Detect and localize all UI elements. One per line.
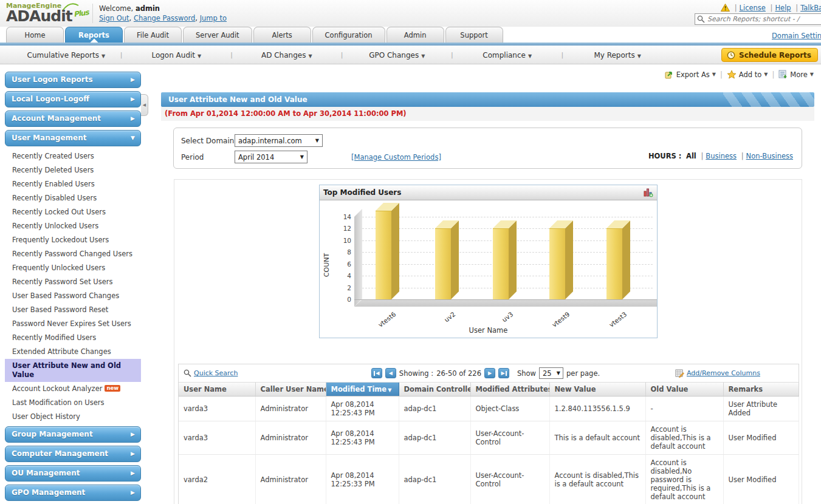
sidebar-group-user-logon-reports[interactable]: User Logon Reports▶ xyxy=(5,72,141,88)
tab-alerts[interactable]: Alerts xyxy=(253,27,311,43)
show-label: Show xyxy=(517,369,536,378)
tab-configuration[interactable]: Configuration xyxy=(312,27,385,43)
column-header-old-value[interactable]: Old Value xyxy=(645,383,723,397)
hours-non-business-option[interactable]: Non-Business xyxy=(746,152,793,160)
column-header-user-name[interactable]: User Name xyxy=(179,383,255,397)
domain-settings-link[interactable]: Domain Settings xyxy=(772,32,821,40)
change-password-link[interactable]: Change Password xyxy=(134,14,195,22)
sidebar-item-user-attribute-new-and-old-value[interactable]: User Attribute New and Old Value xyxy=(5,359,141,382)
sidebar-item-recently-password-set-users[interactable]: Recently Password Set Users xyxy=(5,275,141,289)
sidebar-group-ou-management[interactable]: OU Management▶ xyxy=(5,465,141,482)
schedule-reports-button[interactable]: Schedule Reports xyxy=(721,48,818,62)
warning-icon[interactable]: ! xyxy=(721,4,730,12)
sidebar-item-frequently-unlocked-users[interactable]: Frequently Unlocked Users xyxy=(5,261,141,275)
sidebar-group-account-management[interactable]: Account Management▶ xyxy=(5,111,141,127)
sidebar-group-group-management[interactable]: Group Management▶ xyxy=(5,426,141,443)
sidebar-item-recently-deleted-users[interactable]: Recently Deleted Users xyxy=(5,163,141,177)
sidebar-group-gpo-management[interactable]: GPO Management▶ xyxy=(5,485,141,501)
new-badge: new xyxy=(105,385,120,392)
column-header-modified-attributes[interactable]: Modified Attributes xyxy=(470,383,549,397)
tab-home[interactable]: Home xyxy=(6,27,64,43)
sidebar-group-label: User Logon Reports xyxy=(12,75,93,84)
subnav-item-gpo-changes[interactable]: GPO Changes▼ xyxy=(343,51,451,60)
search-input[interactable] xyxy=(695,13,821,25)
column-header-domain-controller[interactable]: Domain Controller xyxy=(399,383,470,397)
export-as-label: Export As xyxy=(676,70,710,79)
sidebar-item-recently-enabled-users[interactable]: Recently Enabled Users xyxy=(5,177,141,191)
add-remove-columns-button[interactable]: Add/Remove Columns xyxy=(642,369,794,378)
sidebar-item-recently-created-users[interactable]: Recently Created Users xyxy=(5,149,141,163)
subnav-item-compliance[interactable]: Compliance▼ xyxy=(453,51,562,60)
period-select[interactable]: April 2014▼ xyxy=(235,151,307,163)
sidebar-item-user-object-history[interactable]: User Object History xyxy=(5,410,141,424)
separator: | xyxy=(735,4,737,12)
sidebar-item-recently-unlocked-users[interactable]: Recently Unlocked Users xyxy=(5,219,141,233)
first-page-icon xyxy=(374,371,375,376)
tab-server-audit[interactable]: Server Audit xyxy=(183,27,252,43)
quick-search-button[interactable]: Quick Search xyxy=(184,369,329,377)
sidebar-group-user-management[interactable]: User Management▼ xyxy=(5,130,141,146)
column-header-remarks[interactable]: Remarks xyxy=(723,383,799,397)
subnav-item-my-reports[interactable]: My Reports▼ xyxy=(563,51,672,60)
column-header-caller-user-name[interactable]: Caller User Name xyxy=(255,383,326,397)
sidebar-item-account-lockout-analyzer[interactable]: Account Lockout Analyzernew xyxy=(5,382,141,396)
domain-select[interactable]: adap.internal.com▼ xyxy=(235,134,323,147)
subnav-item-ad-changes[interactable]: AD Changes▼ xyxy=(233,51,341,60)
svg-text:!: ! xyxy=(724,5,726,12)
sidebar-item-recently-modified-users[interactable]: Recently Modified Users xyxy=(5,331,141,345)
subnav-item-cumulative-reports[interactable]: Cumulative Reports▼ xyxy=(12,51,120,60)
column-header-modified-time[interactable]: Modified Time▼ xyxy=(326,383,399,397)
tab-file-audit[interactable]: File Audit xyxy=(124,27,182,43)
sidebar-item-recently-locked-out-users[interactable]: Recently Locked Out Users xyxy=(5,205,141,219)
page-size-select[interactable]: 25▼ xyxy=(539,367,563,379)
sidebar-item-frequently-lockedout-users[interactable]: Frequently Lockedout Users xyxy=(5,233,141,247)
cell-caller: Administrator xyxy=(255,421,326,455)
hours-business-option[interactable]: Business xyxy=(706,152,737,160)
talkback-link[interactable]: TalkBack xyxy=(800,4,821,12)
more-button[interactable]: More▼ xyxy=(778,70,814,79)
last-page-button[interactable]: ▶ xyxy=(498,368,509,378)
table-controls: Quick Search ◀ ◀ Showing : 26-50 of 226 … xyxy=(179,364,799,383)
column-header-new-value[interactable]: New Value xyxy=(549,383,645,397)
manage-custom-periods-link[interactable]: [Manage Custom Periods] xyxy=(351,153,441,162)
jump-to-link[interactable]: Jump to xyxy=(200,14,227,22)
chevron-down-icon: ▼ xyxy=(131,131,135,146)
tab-reports[interactable]: Reports xyxy=(65,27,123,43)
tab-support[interactable]: Support xyxy=(445,27,503,43)
hours-all-option[interactable]: All xyxy=(686,152,696,160)
bar-chart: COUNT14121086420vtest6uv2uv3vtest9vtest3… xyxy=(320,200,657,338)
next-page-button[interactable]: ▶ xyxy=(484,368,495,378)
bar-uv3 xyxy=(493,220,517,299)
cell-remarks: User Attribute Added xyxy=(723,397,799,421)
previous-page-button[interactable]: ◀ xyxy=(385,368,396,378)
sidebar-item-user-based-password-changes[interactable]: User Based Password Changes xyxy=(5,289,141,303)
license-link[interactable]: License xyxy=(740,4,766,12)
chevron-down-icon: ▼ xyxy=(528,53,532,59)
separator: | xyxy=(720,70,723,79)
sidebar-item-password-never-expires-set-users[interactable]: Password Never Expires Set Users xyxy=(5,317,141,331)
add-remove-columns-icon xyxy=(675,369,684,378)
export-as-button[interactable]: Export As▼ xyxy=(665,70,716,79)
add-to-button[interactable]: Add to▼ xyxy=(727,70,768,79)
help-link[interactable]: Help xyxy=(775,4,791,12)
chevron-down-icon: ▼ xyxy=(315,138,319,143)
subnav-item-logon-audit[interactable]: Logon Audit▼ xyxy=(122,51,230,60)
chart-options-icon[interactable] xyxy=(644,188,653,197)
sidebar-item-recently-disabled-users[interactable]: Recently Disabled Users xyxy=(5,191,141,205)
sidebar-item-last-modification-on-users[interactable]: Last Modification on Users xyxy=(5,396,141,410)
sidebar-collapse-handle[interactable]: ◀ xyxy=(141,94,148,116)
sidebar-group-local-logon-logoff[interactable]: Local Logon-Logoff▶ xyxy=(5,91,141,107)
schedule-reports-label: Schedule Reports xyxy=(739,51,811,60)
tab-admin[interactable]: Admin xyxy=(386,27,444,43)
y-tick-label: 6 xyxy=(325,261,351,268)
sidebar-group-computer-management[interactable]: Computer Management▶ xyxy=(5,446,141,462)
sidebar-item-extended-attribute-changes[interactable]: Extended Attribute Changes xyxy=(5,345,141,359)
sidebar-group-label: Computer Management xyxy=(12,449,108,458)
search-icon xyxy=(184,369,191,377)
sidebar-item-recently-password-changed-users[interactable]: Recently Password Changed Users xyxy=(5,247,141,261)
last-page-icon xyxy=(506,371,507,376)
sidebar-item-user-based-password-reset[interactable]: User Based Password Reset xyxy=(5,303,141,317)
username: admin xyxy=(136,4,160,13)
sign-out-link[interactable]: Sign Out xyxy=(99,14,129,22)
first-page-button[interactable]: ◀ xyxy=(371,368,382,378)
